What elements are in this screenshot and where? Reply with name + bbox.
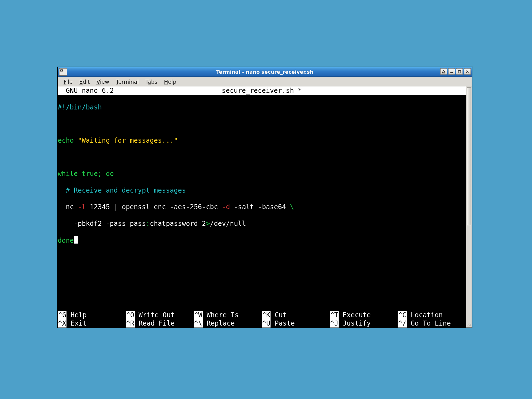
shortcut-write-out[interactable]: ^O Write Out bbox=[126, 311, 194, 319]
svg-rect-2 bbox=[458, 70, 461, 73]
terminal-app-icon bbox=[59, 68, 67, 76]
text-cursor bbox=[74, 236, 78, 244]
menu-file[interactable]: File bbox=[60, 78, 76, 86]
shortcut-where-is[interactable]: ^W Where Is bbox=[194, 311, 262, 319]
nano-shortcut-bar: ^G Help ^O Write Out ^W Where Is ^K Cut … bbox=[58, 311, 466, 328]
nano-header: GNU nano 6.2 secure_receiver.sh * bbox=[58, 86, 466, 95]
shortcut-exit[interactable]: ^X Exit bbox=[58, 319, 126, 328]
shortcut-help[interactable]: ^G Help bbox=[58, 311, 126, 319]
shortcut-cut[interactable]: ^K Cut bbox=[262, 311, 330, 319]
shortcut-paste[interactable]: ^U Paste bbox=[262, 319, 330, 328]
terminal-viewport[interactable]: GNU nano 6.2 secure_receiver.sh * #!/bin… bbox=[58, 86, 466, 328]
shortcut-location[interactable]: ^C Location bbox=[398, 311, 466, 319]
shortcut-execute[interactable]: ^T Execute bbox=[330, 311, 398, 319]
nano-filename: secure_receiver.sh * bbox=[58, 86, 466, 95]
nano-version: GNU nano 6.2 bbox=[58, 86, 114, 95]
menubar: File Edit View Terminal Tabs Help bbox=[58, 77, 472, 87]
window-controls bbox=[440, 68, 471, 75]
terminal-window: Terminal - nano secure_receiver.sh File … bbox=[57, 67, 472, 328]
vertical-scrollbar[interactable] bbox=[466, 86, 472, 328]
code-comment: # Receive and decrypt messages bbox=[66, 186, 186, 194]
window-title: Terminal - nano secure_receiver.sh bbox=[58, 69, 472, 75]
terminal-area: GNU nano 6.2 secure_receiver.sh * #!/bin… bbox=[58, 86, 472, 328]
shortcut-replace[interactable]: ^\ Replace bbox=[194, 319, 262, 328]
menu-tabs[interactable]: Tabs bbox=[142, 78, 161, 86]
shortcut-read-file[interactable]: ^R Read File bbox=[126, 319, 194, 328]
menu-help[interactable]: Help bbox=[161, 78, 180, 86]
window-maximize-button[interactable] bbox=[456, 68, 463, 75]
window-minimize-button[interactable] bbox=[448, 68, 455, 75]
code-echo-string: "Waiting for messages..." bbox=[78, 136, 178, 144]
window-titlebar[interactable]: Terminal - nano secure_receiver.sh bbox=[58, 67, 472, 77]
shortcut-justify[interactable]: ^J Justify bbox=[330, 319, 398, 328]
code-done: done bbox=[58, 237, 74, 245]
scrollbar-thumb[interactable] bbox=[467, 87, 472, 225]
shortcut-row-1: ^G Help ^O Write Out ^W Where Is ^K Cut … bbox=[58, 311, 466, 319]
window-close-button[interactable] bbox=[464, 68, 471, 75]
editor-content[interactable]: #!/bin/bash echo "Waiting for messages..… bbox=[58, 95, 466, 261]
code-shebang: #!/bin/bash bbox=[58, 103, 102, 111]
code-echo-kw: echo bbox=[58, 136, 74, 144]
window-always-on-top-button[interactable] bbox=[440, 68, 447, 75]
menu-edit[interactable]: Edit bbox=[76, 78, 93, 86]
code-while: while bbox=[58, 170, 78, 178]
menu-terminal[interactable]: Terminal bbox=[112, 78, 142, 86]
menu-view[interactable]: View bbox=[93, 78, 112, 86]
shortcut-row-2: ^X Exit ^R Read File ^\ Replace ^U Paste… bbox=[58, 319, 466, 328]
shortcut-go-to-line[interactable]: ^/ Go To Line bbox=[398, 319, 466, 328]
